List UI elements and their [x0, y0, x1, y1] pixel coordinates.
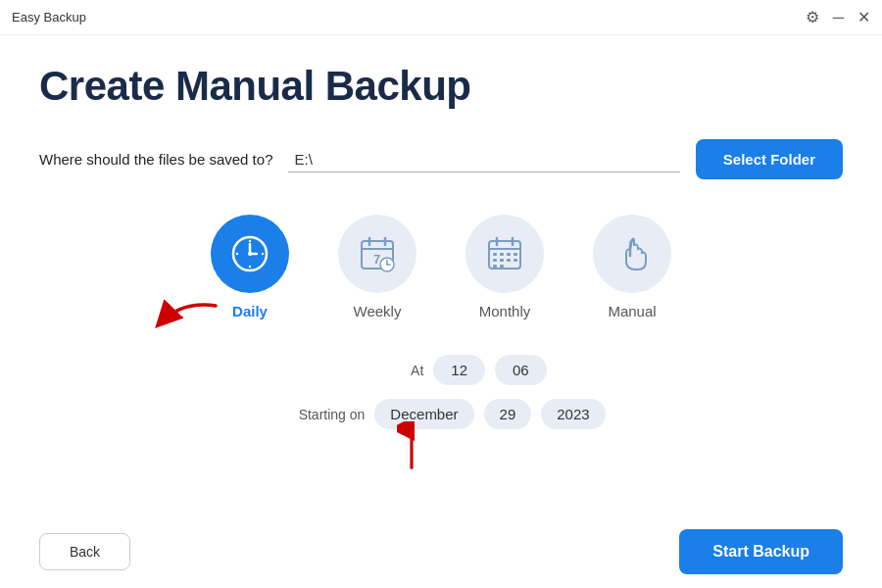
svg-rect-28	[493, 265, 497, 268]
settings-icon[interactable]: ⚙	[806, 10, 819, 25]
time-row: At 12 06	[335, 355, 546, 385]
frequency-manual[interactable]: Manual	[593, 215, 671, 319]
frequency-daily[interactable]: Daily	[211, 215, 289, 319]
svg-text:7: 7	[373, 252, 380, 267]
svg-rect-22	[507, 253, 511, 256]
frequency-monthly[interactable]: Monthly	[466, 215, 544, 319]
svg-point-6	[236, 253, 238, 255]
folder-input[interactable]	[288, 147, 679, 172]
year-pill[interactable]: 2023	[541, 399, 605, 429]
left-arrow	[152, 296, 220, 345]
weekly-label: Weekly	[354, 303, 402, 319]
title-bar: Easy Backup ⚙ ─ ✕	[0, 0, 882, 35]
app-title: Easy Backup	[12, 10, 86, 24]
clock-icon	[228, 232, 271, 275]
daily-icon-wrap	[211, 215, 289, 293]
weekly-icon-wrap: 7	[338, 215, 416, 293]
start-backup-button[interactable]: Start Backup	[679, 529, 843, 574]
monthly-calendar-icon	[483, 232, 526, 275]
time-section: At 12 06 Starting on December 29 2023	[39, 355, 843, 429]
minute-pill[interactable]: 06	[495, 355, 547, 385]
bottom-bar: Back Start Backup	[0, 515, 882, 588]
daily-label: Daily	[232, 303, 268, 319]
svg-point-7	[262, 253, 264, 255]
starting-on-label: Starting on	[276, 407, 365, 422]
back-button[interactable]: Back	[39, 533, 130, 570]
up-arrow	[397, 421, 426, 470]
monthly-label: Monthly	[479, 303, 531, 319]
weekly-calendar-icon: 7	[356, 232, 399, 275]
main-content: Create Manual Backup Where should the fi…	[0, 35, 882, 478]
select-folder-button[interactable]: Select Folder	[696, 139, 843, 179]
date-row: Starting on December 29 2023	[276, 399, 605, 429]
folder-row: Where should the files be saved to? Sele…	[39, 139, 843, 179]
manual-icon-wrap	[593, 215, 671, 293]
svg-point-5	[249, 266, 251, 268]
close-icon[interactable]: ✕	[858, 10, 870, 25]
window-controls: ⚙ ─ ✕	[806, 10, 870, 25]
frequency-weekly[interactable]: 7 Weekly	[338, 215, 416, 319]
minimize-icon[interactable]: ─	[833, 10, 844, 25]
folder-label: Where should the files be saved to?	[39, 151, 272, 168]
at-label: At	[335, 363, 423, 378]
svg-rect-29	[500, 265, 504, 268]
svg-rect-24	[493, 259, 497, 262]
hour-pill[interactable]: 12	[433, 355, 485, 385]
svg-rect-21	[500, 253, 504, 256]
manual-label: Manual	[608, 303, 656, 319]
monthly-icon-wrap	[466, 215, 544, 293]
day-pill[interactable]: 29	[484, 399, 532, 429]
svg-rect-27	[514, 259, 517, 262]
svg-rect-23	[514, 253, 517, 256]
page-title: Create Manual Backup	[39, 63, 843, 110]
svg-rect-20	[493, 253, 497, 256]
manual-hand-icon	[611, 232, 654, 275]
svg-rect-25	[500, 259, 504, 262]
svg-rect-26	[507, 259, 511, 262]
svg-point-4	[249, 240, 251, 242]
